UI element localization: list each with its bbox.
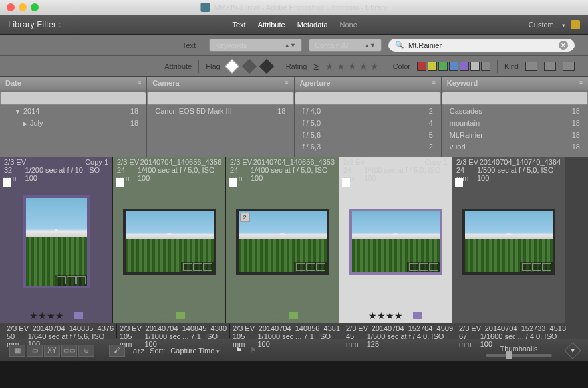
filter-tab-text[interactable]: Text [233,21,246,29]
minimize-window-button[interactable] [19,3,27,11]
lock-icon[interactable] [571,20,580,29]
metadata-row[interactable]: Cascades18 [442,105,588,117]
metadata-row[interactable]: f / 6,32 [295,141,441,153]
kind-virtual-icon[interactable] [544,62,556,71]
close-window-button[interactable] [7,3,15,11]
rating-op[interactable]: ≥ [313,61,319,72]
thumbnail-header: 2/3 EV20140704_152704_450945 mm1/500 sec… [343,324,456,338]
metadata-row[interactable]: Canon EOS 5D Mark III18 [147,105,293,117]
metadata-row[interactable]: mountain18 [442,117,588,129]
kind-label: Kind [504,62,519,70]
color-chip[interactable] [74,312,83,319]
metadata-column-header[interactable]: Camera≡ [147,77,293,90]
metadata-row[interactable]: vuori18 [442,141,588,153]
search-input[interactable] [408,41,555,49]
people-view-icon[interactable]: ☺ [78,345,94,357]
color-label: Color [393,62,410,70]
rating-stars[interactable]: ★ ★ ★ ★ ★ [325,61,379,72]
attribute-label: Attribute [164,62,192,70]
badge-icon [532,263,541,271]
kind-video-icon[interactable] [563,62,575,71]
metadata-column-header[interactable]: Keyword≡ [442,77,588,90]
badge-icon [76,276,86,284]
badge-icon [183,263,192,271]
badge-icon [203,263,212,271]
painter-tool-icon[interactable]: 🖌 [109,345,125,357]
metadata-row[interactable]: All (1 Date)18 [0,92,146,105]
color-swatch[interactable] [428,62,437,71]
text-field-select[interactable]: Keywords▲▼ [209,39,302,52]
metadata-row[interactable]: All (4 Keywords)18 [442,92,588,105]
survey-view-icon[interactable]: ▭▭ [61,345,77,357]
color-chip[interactable] [515,312,524,319]
thumbnail-image: 2 [236,209,329,275]
rating-dots[interactable]: · · · · · [154,312,172,320]
compare-view-icon[interactable]: XY [44,345,60,357]
metadata-column-date: Date≡All (1 Date)18▼201418▶July18 [0,77,147,157]
color-swatch[interactable] [449,62,458,71]
badge-icon [522,263,531,271]
grid-view-icon[interactable]: ▦ [9,345,25,357]
flag-icon [342,178,350,187]
badge-icon [419,263,428,271]
rating-dots[interactable]: · · · · · [493,312,512,320]
metadata-row[interactable]: f / 4,02 [295,105,441,117]
badge-icon [193,263,202,271]
filter-tab-attribute[interactable]: Attribute [258,21,285,29]
color-swatch[interactable] [481,62,490,71]
metadata-column-keyword: Keyword≡All (4 Keywords)18Cascades18moun… [442,77,588,157]
kind-master-icon[interactable] [525,62,537,71]
reject-tool-icon[interactable]: ⚑ [250,346,257,355]
text-rule-select[interactable]: Contain All▲▼ [309,39,382,52]
sort-field-select[interactable]: Capture Time ▾ [170,347,220,355]
flag-tool-icon[interactable]: ⚑ [235,346,242,355]
filter-tab-metadata[interactable]: Metadata [297,21,328,29]
thumbnail-cell[interactable]: 2/3 EVCopy 132 mm1/200 sec at f / 10, IS… [0,157,113,323]
loupe-view-icon[interactable]: ▭ [27,345,43,357]
thumbnail-image [123,209,216,275]
thumbnail-cell[interactable]: 2/3 EV20140704_140740_436424 mm1/500 sec… [452,157,565,323]
rating-dots[interactable]: · · · · · [267,312,285,320]
thumbnail-cell[interactable]: 2/3 EV20140704_140656_435624 mm1/400 sec… [113,157,226,323]
thumbnail-image [462,209,555,275]
library-filter-bar: Library Filter : Text Attribute Metadata… [0,15,588,35]
metadata-row[interactable]: Mt.Rainier18 [442,129,588,141]
color-swatch[interactable] [438,62,448,71]
filter-preset-menu[interactable]: Custom... ▾ [529,21,565,29]
color-chip[interactable] [289,312,298,319]
flag-icon [455,178,463,187]
filter-tab-none[interactable]: None [340,21,357,29]
badge-icon [306,263,315,271]
badge-icon [296,263,305,271]
flag-unflagged-icon[interactable] [241,58,257,74]
rating-display[interactable]: ★★★★ [29,310,64,321]
rating-display[interactable]: ★★★★ [368,310,403,321]
color-chip[interactable] [176,312,185,319]
thumbnail-cell[interactable]: 2/3 EV20140704_140656_435324 mm1/400 sec… [226,157,339,323]
color-swatch[interactable] [417,62,426,71]
metadata-row[interactable]: ▶July18 [0,117,146,129]
color-chip[interactable] [413,312,422,319]
flag-picked-icon[interactable] [224,58,239,74]
thumbnail-cell[interactable]: 2/3 EVCopy 124 mm1/400 sec at f / 5,0, I… [339,157,452,323]
color-swatch[interactable] [460,62,469,71]
metadata-row[interactable]: ▼201418 [0,105,146,117]
text-filter-label: Text [182,41,196,49]
metadata-row[interactable]: All (1 Camera)18 [147,92,293,105]
flag-rejected-icon[interactable] [259,58,274,74]
thumbnail-header: 2/3 EV20140704_140856_4381105 mm1/1000 s… [230,324,343,338]
metadata-row[interactable]: f / 5,65 [295,129,441,141]
lightroom-icon [200,3,210,12]
metadata-row[interactable]: All (7 Apertures)18 [295,92,441,105]
metadata-column-header[interactable]: Date≡ [0,77,146,90]
metadata-column-aperture: Aperture≡All (7 Apertures)18f / 4,02f / … [295,77,442,157]
text-search-field[interactable]: 🔍 ✕ [388,39,575,52]
metadata-column-header[interactable]: Aperture≡ [295,77,441,90]
zoom-window-button[interactable] [31,3,39,11]
clear-search-icon[interactable]: ✕ [559,41,568,50]
color-swatch[interactable] [470,62,480,71]
metadata-row[interactable]: f / 5,04 [295,117,441,129]
sort-direction-icon[interactable]: a↕z [133,347,144,355]
thumbnail-size-slider[interactable] [486,354,552,357]
color-swatches [417,62,490,71]
